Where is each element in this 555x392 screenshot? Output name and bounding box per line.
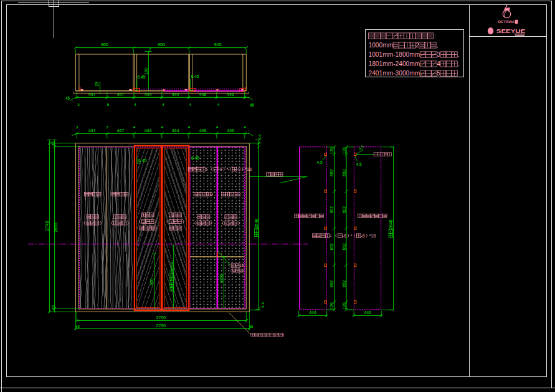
- svg-text:2745: 2745: [45, 221, 49, 231]
- svg-text:602: 602: [342, 170, 346, 176]
- svg-text:4.5: 4.5: [317, 160, 323, 165]
- svg-text:*18: *18: [369, 233, 376, 239]
- svg-text:1050: 1050: [170, 262, 174, 270]
- svg-text:1801mm-2400mm: 1801mm-2400mm: [369, 60, 420, 67]
- svg-text:447: 447: [117, 92, 125, 97]
- svg-text:6.45: 6.45: [191, 74, 199, 79]
- svg-text:444: 444: [145, 128, 152, 133]
- svg-text:444: 444: [172, 128, 179, 133]
- svg-text:46: 46: [250, 103, 255, 107]
- svg-text:SEEYUE: SEEYUE: [496, 28, 526, 34]
- svg-text:45: 45: [50, 305, 55, 310]
- svg-text:446: 446: [199, 128, 207, 133]
- svg-text:4.5: 4.5: [356, 162, 362, 166]
- svg-text:1000mm: 1000mm: [369, 42, 394, 49]
- svg-text:2790: 2790: [156, 323, 166, 328]
- svg-text:1050: 1050: [219, 274, 224, 283]
- svg-text:602: 602: [330, 280, 334, 287]
- svg-text:444: 444: [145, 92, 152, 97]
- svg-text:6.6: 6.6: [260, 302, 265, 308]
- svg-text:446: 446: [364, 310, 372, 315]
- svg-text:900: 900: [149, 278, 154, 285]
- svg-text:OCTAVIA: OCTAVIA: [498, 19, 515, 24]
- svg-text:6.6: 6.6: [257, 134, 262, 140]
- svg-text:2648: 2648: [254, 219, 259, 229]
- svg-text:6.45: 6.45: [191, 156, 199, 160]
- svg-text:8: 8: [107, 102, 110, 107]
- svg-text:-6: -6: [343, 233, 346, 239]
- svg-text:): ): [283, 332, 284, 337]
- svg-text:4: 4: [162, 102, 164, 107]
- svg-text:602: 602: [330, 206, 334, 213]
- svg-text:2655: 2655: [54, 222, 58, 232]
- svg-text:-0: -0: [237, 166, 240, 172]
- svg-text:3: 3: [77, 102, 80, 107]
- svg-text:446: 446: [309, 310, 316, 315]
- svg-text:3: 3: [238, 192, 240, 196]
- svg-text:4: 4: [189, 102, 192, 107]
- svg-text:*18: *18: [245, 166, 252, 172]
- svg-text:45: 45: [50, 141, 55, 146]
- svg-text:45: 45: [65, 96, 70, 100]
- svg-text:4: 4: [188, 125, 191, 129]
- svg-text:6.45: 6.45: [138, 158, 146, 163]
- svg-text:45: 45: [75, 324, 80, 328]
- svg-text:5: 5: [437, 70, 440, 77]
- svg-text:120: 120: [330, 302, 334, 309]
- svg-text:190: 190: [144, 67, 148, 75]
- svg-text:2: 2: [149, 47, 151, 51]
- svg-text:444: 444: [172, 92, 179, 97]
- svg-text:3: 3: [106, 125, 108, 129]
- svg-text:3: 3: [76, 125, 78, 129]
- svg-text:15: 15: [239, 263, 244, 267]
- svg-text:4: 4: [217, 102, 220, 107]
- svg-text:-6: -6: [361, 233, 364, 239]
- svg-text:447: 447: [117, 128, 125, 133]
- svg-text:602: 602: [330, 243, 334, 250]
- svg-text:3: 3: [437, 51, 440, 58]
- svg-text:4: 4: [216, 125, 219, 129]
- svg-text:120: 120: [342, 302, 346, 309]
- svg-text:602: 602: [342, 206, 346, 213]
- svg-text:446: 446: [227, 128, 234, 133]
- svg-text:602: 602: [342, 243, 346, 250]
- svg-text:602: 602: [330, 170, 334, 176]
- svg-text:4: 4: [133, 125, 136, 129]
- svg-text:4: 4: [244, 125, 246, 129]
- svg-text:45: 45: [249, 324, 254, 328]
- svg-text:*: *: [351, 233, 353, 239]
- svg-text:4: 4: [134, 102, 136, 107]
- svg-text:2: 2: [415, 42, 419, 49]
- svg-text:900: 900: [101, 42, 108, 47]
- svg-text:3: 3: [211, 192, 213, 196]
- svg-text:-0: -0: [218, 166, 222, 172]
- svg-text:447: 447: [88, 92, 96, 97]
- svg-text:4: 4: [437, 60, 440, 67]
- svg-text:900: 900: [158, 42, 165, 47]
- svg-text:*: *: [226, 166, 228, 172]
- svg-text:1001mm-1800mm: 1001mm-1800mm: [369, 51, 420, 58]
- svg-text:25: 25: [95, 82, 100, 87]
- svg-text:602: 602: [342, 280, 346, 287]
- svg-text:2401mm-3000mm: 2401mm-3000mm: [369, 70, 420, 77]
- svg-text:446: 446: [227, 92, 234, 97]
- svg-text:2648: 2648: [389, 219, 393, 229]
- svg-text:900: 900: [214, 42, 222, 47]
- svg-text:447: 447: [88, 128, 96, 133]
- svg-text:120: 120: [342, 147, 346, 154]
- svg-text:4: 4: [161, 125, 163, 129]
- svg-text:6.45: 6.45: [137, 75, 145, 79]
- svg-text:2700: 2700: [156, 315, 166, 320]
- svg-text:446: 446: [199, 92, 207, 97]
- svg-text:120: 120: [330, 147, 334, 154]
